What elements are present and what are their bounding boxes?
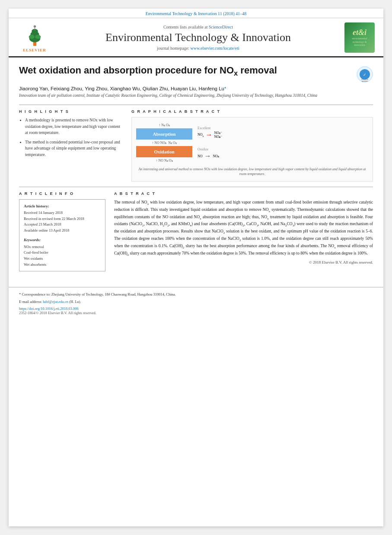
correspondence-note: * Correspondence to: Zhejiang University… bbox=[19, 292, 373, 297]
sciencedirect-url[interactable]: ScienceDirect bbox=[209, 25, 233, 29]
article-info-heading: A R T I C L E I N F O bbox=[19, 191, 105, 196]
journal-header: ELSEVIER Contents lists available at Sci… bbox=[9, 18, 383, 57]
keyword-3: Wet oxidants bbox=[24, 256, 101, 262]
highlights-heading: H I G H L I G H T S bbox=[19, 109, 123, 114]
highlights-graphical-section: H I G H L I G H T S A methodology is pre… bbox=[19, 109, 373, 181]
graphical-abstract-box: ↑ N₂ O₂ Absorption ↑ NO NO₂ N₂ O₂ bbox=[131, 117, 373, 181]
svg-point-4 bbox=[29, 35, 34, 38]
issn-line: 2352-1864/© 2018 Elsevier B.V. All right… bbox=[19, 311, 373, 315]
doi-line: https://doi.org/10.1016/j.eti.2018.03.00… bbox=[19, 306, 373, 311]
elsevier-logo: ELSEVIER bbox=[17, 23, 52, 52]
sciencedirect-link: Contents lists available at ScienceDirec… bbox=[56, 25, 340, 29]
accepted-date: Accepted 23 March 2018 bbox=[24, 222, 101, 228]
graphical-abstract-column: G R A P H I C A L A B S T R A C T ↑ N₂ O… bbox=[131, 109, 373, 181]
elsevier-brand-text: ELSEVIER bbox=[23, 48, 46, 52]
article-title: Wet oxidation and absorption procedure f… bbox=[19, 64, 352, 78]
check-for-updates-badge: ✓ Check for updates bbox=[357, 66, 373, 83]
copyright-line: © 2018 Elsevier B.V. All rights reserved… bbox=[114, 260, 373, 264]
article-info-column: A R T I C L E I N F O Article history: R… bbox=[19, 191, 105, 272]
journal-center: Contents lists available at ScienceDirec… bbox=[56, 25, 340, 51]
nox-subscript: x bbox=[234, 69, 238, 77]
highlight-item-2: The method is considered potential low-c… bbox=[25, 139, 123, 158]
diagram-left-stack: ↑ N₂ O₂ Absorption ↑ NO NO₂ N₂ O₂ bbox=[136, 122, 192, 164]
keyword-2: Coal-fired boiler bbox=[24, 250, 101, 256]
journal-title: Environmental Technology & Innovation bbox=[56, 31, 340, 44]
svg-point-6 bbox=[33, 25, 36, 28]
keyword-4: Wet absorbents bbox=[24, 262, 101, 268]
diagram-wrapper: ↑ N₂ O₂ Absorption ↑ NO NO₂ N₂ O₂ bbox=[136, 122, 368, 164]
oxidation-box: Oxidation bbox=[136, 146, 192, 157]
homepage-link: journal homepage: www.elsevier.com/locat… bbox=[56, 46, 340, 51]
journal-logo-brand: et&i bbox=[353, 28, 367, 37]
available-date: Available online 13 April 2018 bbox=[24, 228, 101, 234]
keyword-1: NOx removal bbox=[24, 244, 101, 250]
article-dates: Received 14 January 2018 Received in rev… bbox=[24, 210, 101, 233]
article-info-abstract-section: A R T I C L E I N F O Article history: R… bbox=[19, 191, 373, 272]
reaction-arrow-2: → bbox=[204, 152, 211, 160]
svg-point-5 bbox=[35, 35, 41, 38]
svg-text:updates: updates bbox=[362, 80, 368, 82]
svg-text:✓: ✓ bbox=[363, 73, 367, 77]
received-date: Received 14 January 2018 bbox=[24, 210, 101, 216]
abstract-text: The removal of NOx with low oxidation de… bbox=[114, 199, 373, 258]
article-title-section: Wet oxidation and absorption procedure f… bbox=[19, 64, 373, 83]
doi-link[interactable]: https://doi.org/10.1016/j.eti.2018.03.00… bbox=[19, 306, 79, 311]
top-arrows: ↑ N₂ O₂ bbox=[159, 122, 170, 128]
absorption-box: Absorption bbox=[136, 128, 192, 140]
absorption-reaction: Excellent NOx → NO₂⁻NO₃⁻ bbox=[198, 126, 222, 139]
authors: Jiaorong Yan, Feixiang Zhou, Ying Zhou, … bbox=[19, 86, 373, 91]
article-content: Wet oxidation and absorption procedure f… bbox=[9, 57, 383, 278]
diagram-caption: An interesting and universal method to r… bbox=[136, 167, 368, 176]
page: Environmental Technology & Innovation 11… bbox=[9, 9, 383, 526]
abstract-column: A B S T R A C T The removal of NOx with … bbox=[114, 191, 373, 272]
homepage-url[interactable]: www.elsevier.com/locate/eti bbox=[191, 46, 239, 51]
email-note: E-mail address: luhf@zjut.edu.cn (H. Lu)… bbox=[19, 299, 373, 305]
article-info-box: Article history: Received 14 January 201… bbox=[19, 199, 105, 272]
middle-arrows: ↑ NO NO₂ N₂ O₂ bbox=[152, 140, 177, 146]
revised-date: Received in revised form 22 March 2018 bbox=[24, 216, 101, 222]
highlights-list: A methodology is presented to remove NOx… bbox=[19, 117, 123, 158]
journal-reference-bar: Environmental Technology & Innovation 11… bbox=[9, 9, 383, 18]
affiliation: Innovation team of air pollution control… bbox=[19, 93, 373, 99]
journal-logo-subtitle: environmentaltechnology &innovation bbox=[352, 37, 367, 47]
elsevier-tree-icon bbox=[23, 23, 47, 47]
keywords-title: Keywords: bbox=[24, 237, 101, 243]
oxidation-reaction: Oxidize NO → NO₂ bbox=[198, 147, 222, 160]
bottom-arrows: ↑ NO N₂ O₂ bbox=[156, 157, 172, 164]
graphical-abstract-heading: G R A P H I C A L A B S T R A C T bbox=[131, 109, 373, 114]
divider-2 bbox=[19, 187, 373, 187]
diagram-reactions: Excellent NOx → NO₂⁻NO₃⁻ Oxidize bbox=[198, 122, 222, 164]
keywords-list: NOx removal Coal-fired boiler Wet oxidan… bbox=[24, 244, 101, 268]
footnote-asterisk: * bbox=[19, 292, 21, 296]
reaction-arrow-1: → bbox=[206, 131, 213, 139]
highlight-item-1: A methodology is presented to remove NOx… bbox=[25, 117, 123, 136]
journal-reference-text: Environmental Technology & Innovation 11… bbox=[146, 11, 247, 16]
divider-1 bbox=[19, 105, 373, 105]
highlights-column: H I G H L I G H T S A methodology is pre… bbox=[19, 109, 123, 181]
page-footer: * Correspondence to: Zhejiang University… bbox=[9, 287, 383, 320]
email-link[interactable]: luhf@zjut.edu.cn bbox=[43, 299, 68, 304]
corresponding-marker: * bbox=[224, 86, 226, 91]
journal-logo-right: et&i environmentaltechnology &innovation bbox=[344, 22, 375, 53]
abstract-heading: A B S T R A C T bbox=[114, 191, 373, 196]
history-title: Article history: bbox=[24, 203, 101, 209]
